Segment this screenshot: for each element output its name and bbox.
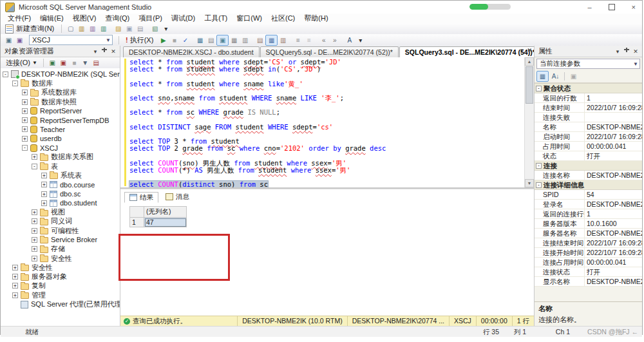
analysis-services-query-icon[interactable]: ▥ xyxy=(87,24,98,33)
toolbar-overflow-icon[interactable]: ▾ xyxy=(160,24,171,33)
indent-icon[interactable]: » xyxy=(329,35,340,45)
tree-item[interactable]: -DESKTOP-NBME2IK (SQL Server 10.0.160 xyxy=(1,70,120,79)
property-row[interactable]: 显示名称DESKTOP-NBME2IK xyxy=(535,277,642,287)
property-row[interactable]: 连接失败 xyxy=(535,113,642,122)
property-row[interactable]: 状态打开 xyxy=(535,151,642,161)
property-row[interactable]: 连接占用时间00:00:00.041 xyxy=(535,258,642,267)
new-query-button[interactable]: 新建查询(N) xyxy=(3,23,58,34)
property-pages-icon[interactable]: ▣ xyxy=(568,71,579,81)
expand-icon[interactable]: + xyxy=(12,283,18,289)
expand-icon[interactable]: + xyxy=(32,256,37,261)
menu-item[interactable]: 帮助(H) xyxy=(299,14,332,23)
filter-icon[interactable]: ▼ xyxy=(80,58,91,68)
property-category[interactable]: -聚合状态 xyxy=(535,84,642,93)
expand-icon[interactable]: + xyxy=(41,191,47,197)
uncomment-icon[interactable]: ≡ xyxy=(303,35,314,45)
menu-item[interactable]: 文件(F) xyxy=(3,14,35,23)
tree-item[interactable]: +管理 xyxy=(1,290,120,299)
tree-item[interactable]: +Service Broker xyxy=(1,235,120,244)
database-engine-query-icon[interactable]: ▥ xyxy=(76,24,87,33)
tree-item[interactable]: +数据库快照 xyxy=(1,97,120,106)
open-file-icon[interactable]: ▨ xyxy=(113,24,124,33)
close-icon[interactable]: ✕ xyxy=(631,48,640,55)
close-button[interactable]: × xyxy=(632,3,636,11)
new-file-icon[interactable]: ▢ xyxy=(65,24,76,33)
disconnect-server-icon[interactable]: ▣ xyxy=(58,58,69,68)
tree-item[interactable]: +存储 xyxy=(1,245,120,254)
tree-item[interactable]: -表 xyxy=(1,162,120,171)
property-category[interactable]: -连接 xyxy=(535,161,642,171)
sort-alphabetical-icon[interactable]: A↓ xyxy=(550,71,561,81)
categorized-icon[interactable]: ▦ xyxy=(536,71,549,82)
property-row[interactable]: 启动时间2022/10/7 16:09:28 xyxy=(535,132,642,142)
grid-column-header[interactable]: (无列名) xyxy=(144,207,187,218)
change-connection-icon[interactable]: ▣ xyxy=(14,35,25,45)
sql-compact-query-icon[interactable]: ▥ xyxy=(98,24,109,33)
outdent-icon[interactable]: « xyxy=(318,35,329,45)
collapse-icon[interactable]: - xyxy=(536,182,542,188)
close-document-icon[interactable]: ✕ xyxy=(527,47,532,53)
property-row[interactable]: 连接名称DESKTOP-NBME2IK xyxy=(535,171,642,180)
comment-icon[interactable]: ≡ xyxy=(292,35,303,45)
expand-icon[interactable]: + xyxy=(12,274,18,280)
properties-object-selector[interactable]: 当前连接参数 ▼ xyxy=(536,59,640,69)
expand-icon[interactable]: + xyxy=(32,228,37,234)
estimated-plan-icon[interactable]: ▦ xyxy=(194,35,205,45)
window-position-icon[interactable]: ▾ xyxy=(91,48,100,55)
close-icon[interactable]: ✕ xyxy=(109,48,118,55)
include-actual-plan-icon[interactable]: ▦ xyxy=(229,35,240,45)
property-row[interactable]: 连接结束时间2022/10/7 16:09:28 xyxy=(535,238,642,248)
tree-item[interactable]: +服务器对象 xyxy=(1,272,120,281)
property-row[interactable]: 服务器版本10.0.1600 xyxy=(535,219,642,229)
connect-button[interactable]: 连接(O) ▼ xyxy=(3,58,40,68)
stop-icon[interactable]: ■ xyxy=(169,35,180,45)
expand-icon[interactable]: + xyxy=(12,292,18,298)
expand-icon[interactable]: + xyxy=(32,154,37,160)
tree-item[interactable]: +视图 xyxy=(1,207,120,216)
expand-icon[interactable]: + xyxy=(41,173,47,178)
sql-editor[interactable]: select * from student where sdept='CS' o… xyxy=(120,57,534,187)
collapse-icon[interactable]: - xyxy=(12,81,18,86)
menu-item[interactable]: 调试(D) xyxy=(167,14,200,23)
template-parameters-icon[interactable]: A xyxy=(344,35,355,45)
window-position-icon[interactable]: ▾ xyxy=(613,48,622,55)
tree-item[interactable]: +dbo.course xyxy=(1,180,120,189)
menu-item[interactable]: 项目(P) xyxy=(134,14,167,23)
results-to-text-icon[interactable]: ▤ xyxy=(254,35,265,45)
tree-item[interactable]: +dbo.sc xyxy=(1,189,120,198)
error-log-icon[interactable]: ▤ xyxy=(91,58,102,68)
results-tab-messages[interactable]: 消息 xyxy=(161,192,194,202)
tree-item[interactable]: +安全性 xyxy=(1,263,120,272)
expand-icon[interactable]: + xyxy=(41,200,47,206)
grid-row-header[interactable]: 1 xyxy=(130,218,144,227)
results-to-file-icon[interactable]: ▥ xyxy=(278,35,289,45)
tree-item[interactable]: +Teacher xyxy=(1,125,120,134)
property-row[interactable]: 返回的连接行数1 xyxy=(535,209,642,219)
expand-icon[interactable]: + xyxy=(32,246,37,252)
pin-icon[interactable] xyxy=(100,47,109,55)
grid-corner-cell[interactable] xyxy=(130,207,144,218)
tree-item[interactable]: +复制 xyxy=(1,281,120,290)
grid-cell[interactable]: 47 xyxy=(144,218,187,227)
tree-item[interactable]: SQL Server 代理(已禁用代理 XP) xyxy=(1,299,120,309)
toolbar-overflow-icon-2[interactable]: ▾ xyxy=(355,35,366,45)
menu-item[interactable]: 视图(V) xyxy=(68,14,101,23)
collapse-icon[interactable]: - xyxy=(536,86,542,91)
tree-item[interactable]: -XSCJ xyxy=(1,143,120,152)
collapse-icon[interactable]: - xyxy=(536,163,542,169)
property-row[interactable]: 连接状态打开 xyxy=(535,267,642,277)
property-row[interactable]: 结束时间2022/10/7 16:09:28 xyxy=(535,103,642,113)
scroll-up-icon[interactable]: ▲ xyxy=(525,57,534,66)
tree-item[interactable]: +dbo.student xyxy=(1,198,120,207)
expand-icon[interactable]: + xyxy=(22,108,28,114)
expand-icon[interactable]: + xyxy=(32,218,37,224)
include-client-stats-icon[interactable]: ▥ xyxy=(240,35,251,45)
tree-item[interactable]: +可编程性 xyxy=(1,226,120,235)
tree-item[interactable]: -数据库 xyxy=(1,79,120,88)
scrollbar-thumb[interactable] xyxy=(526,66,533,104)
expand-icon[interactable]: + xyxy=(32,237,37,243)
document-tab[interactable]: SQLQuery5.sql - DE...ME2IK\20774 (52))* xyxy=(260,46,399,57)
property-row[interactable]: 返回的行数1 xyxy=(535,93,642,103)
expand-icon[interactable]: + xyxy=(22,136,28,142)
expand-icon[interactable]: + xyxy=(22,90,28,95)
